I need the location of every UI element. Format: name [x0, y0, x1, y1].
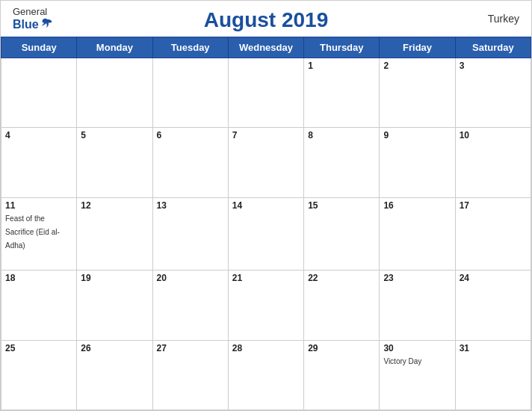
day-number: 20 [157, 273, 224, 283]
day-number: 31 [460, 343, 527, 353]
calendar-cell: 21 [228, 271, 303, 340]
day-number: 1 [308, 61, 375, 71]
calendar-cell: 26 [77, 340, 152, 410]
weekday-header-friday: Friday [380, 37, 455, 58]
day-number: 9 [383, 130, 451, 140]
day-number: 21 [232, 273, 300, 283]
calendar-cell: 11Feast of the Sacrifice (Eid al-Adha) [1, 197, 77, 270]
calendar-header: General Blue August 2019 Turkey [1, 1, 531, 37]
calendar-cell: 13 [152, 197, 228, 270]
calendar-cell [1, 58, 77, 128]
calendar-cell: 5 [77, 128, 152, 197]
day-number: 4 [5, 130, 72, 140]
day-number: 14 [232, 200, 300, 211]
calendar-cell [77, 58, 152, 128]
calendar-grid: SundayMondayTuesdayWednesdayThursdayFrid… [1, 37, 531, 410]
weekday-header-thursday: Thursday [304, 37, 380, 58]
day-number: 26 [81, 343, 148, 353]
calendar-cell: 4 [1, 128, 77, 197]
calendar-week-4: 18192021222324 [1, 271, 531, 340]
calendar-cell: 22 [304, 271, 380, 340]
weekday-header-tuesday: Tuesday [152, 37, 228, 58]
calendar-cell: 28 [228, 340, 303, 410]
day-number: 17 [460, 200, 527, 211]
calendar-cell: 14 [228, 197, 303, 270]
country-label: Turkey [488, 13, 519, 25]
calendar-cell [228, 58, 303, 128]
day-number: 16 [383, 200, 451, 211]
logo-blue: Blue [13, 17, 54, 31]
calendar-cell: 2 [380, 58, 455, 128]
day-number: 22 [308, 273, 375, 283]
calendar-week-1: 123 [1, 58, 531, 128]
day-number: 23 [383, 273, 451, 283]
calendar-cell: 31 [455, 340, 531, 410]
logo: General Blue [13, 7, 54, 31]
calendar-cell: 23 [380, 271, 455, 340]
calendar-cell: 9 [380, 128, 455, 197]
calendar-week-5: 252627282930Victory Day31 [1, 340, 531, 410]
day-number: 25 [5, 343, 72, 353]
day-number: 13 [157, 200, 224, 211]
day-number: 28 [232, 343, 300, 353]
weekday-header-wednesday: Wednesday [228, 37, 303, 58]
calendar-cell: 3 [455, 58, 531, 128]
calendar-cell: 16 [380, 197, 455, 270]
day-number: 15 [308, 200, 375, 211]
weekday-header-saturday: Saturday [455, 37, 531, 58]
weekday-header-sunday: Sunday [1, 37, 77, 58]
calendar-week-2: 45678910 [1, 128, 531, 197]
day-number: 29 [308, 343, 375, 353]
weekday-header-row: SundayMondayTuesdayWednesdayThursdayFrid… [1, 37, 531, 58]
calendar-cell: 30Victory Day [380, 340, 455, 410]
calendar: General Blue August 2019 Turkey SundayMo… [0, 0, 532, 411]
calendar-cell: 7 [228, 128, 303, 197]
day-number: 6 [157, 130, 224, 140]
day-number: 2 [383, 61, 451, 71]
calendar-cell: 27 [152, 340, 228, 410]
calendar-cell: 20 [152, 271, 228, 340]
calendar-cell: 15 [304, 197, 380, 270]
weekday-header-monday: Monday [77, 37, 152, 58]
calendar-cell: 25 [1, 340, 77, 410]
calendar-cell: 6 [152, 128, 228, 197]
calendar-title: August 2019 [204, 8, 329, 32]
day-number: 19 [81, 273, 148, 283]
day-number: 5 [81, 130, 148, 140]
day-number: 8 [308, 130, 375, 140]
day-number: 27 [157, 343, 224, 353]
day-number: 24 [460, 273, 527, 283]
calendar-cell: 12 [77, 197, 152, 270]
event-text: Feast of the Sacrifice (Eid al-Adha) [5, 214, 60, 250]
calendar-cell: 29 [304, 340, 380, 410]
event-text: Victory Day [383, 357, 421, 365]
day-number: 10 [460, 130, 527, 140]
logo-bird-icon [40, 17, 54, 31]
calendar-cell: 18 [1, 271, 77, 340]
logo-general: General [13, 7, 47, 17]
calendar-cell: 17 [455, 197, 531, 270]
calendar-cell: 19 [77, 271, 152, 340]
day-number: 3 [460, 61, 527, 71]
calendar-cell: 1 [304, 58, 380, 128]
calendar-cell: 10 [455, 128, 531, 197]
calendar-week-3: 11Feast of the Sacrifice (Eid al-Adha)12… [1, 197, 531, 270]
day-number: 18 [5, 273, 72, 283]
calendar-cell [152, 58, 228, 128]
day-number: 12 [81, 200, 148, 211]
calendar-cell: 24 [455, 271, 531, 340]
day-number: 11 [5, 200, 72, 211]
day-number: 7 [232, 130, 300, 140]
calendar-cell: 8 [304, 128, 380, 197]
day-number: 30 [383, 343, 451, 353]
